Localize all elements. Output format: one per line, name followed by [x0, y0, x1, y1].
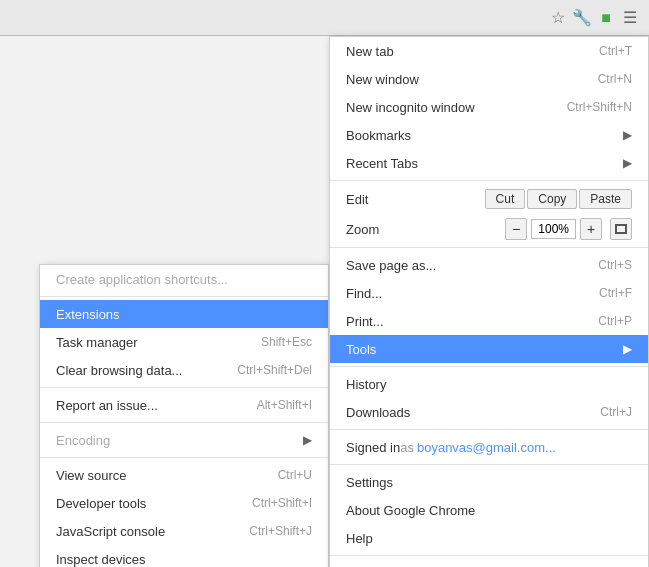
shortcut-clear-browsing: Ctrl+Shift+Del [237, 363, 312, 377]
zoom-plus-button[interactable]: + [580, 218, 602, 240]
menu-separator [330, 247, 648, 248]
shortcut-new-tab: Ctrl+T [599, 44, 632, 58]
menu-item-history[interactable]: History [330, 370, 648, 398]
label-clear-browsing: Clear browsing data... [56, 363, 182, 378]
content-area: Create application shortcuts... Extensio… [0, 36, 649, 567]
label-new-tab: New tab [346, 44, 394, 59]
menu-item-new-tab[interactable]: New tab Ctrl+T [330, 37, 648, 65]
arrow-recent-tabs: ▶ [623, 156, 632, 170]
wrench-icon[interactable]: 🔧 [571, 7, 593, 29]
menu-separator [330, 180, 648, 181]
label-bookmarks: Bookmarks [346, 128, 411, 143]
menu-separator [330, 464, 648, 465]
label-print: Print... [346, 314, 384, 329]
shortcut-report-issue: Alt+Shift+I [257, 398, 312, 412]
star-icon[interactable]: ☆ [547, 7, 569, 29]
green-icon[interactable]: ■ [595, 7, 617, 29]
label-create-shortcuts: Create application shortcuts... [56, 272, 228, 287]
menu-item-clear-browsing[interactable]: Clear browsing data... Ctrl+Shift+Del [40, 356, 328, 384]
label-recent-tabs: Recent Tabs [346, 156, 418, 171]
label-encoding: Encoding [56, 433, 110, 448]
menu-separator [40, 457, 328, 458]
zoom-row: Zoom − 100% + [330, 214, 648, 244]
label-history: History [346, 377, 386, 392]
menu-item-exit[interactable]: Exit Ctrl+Shift+Q [330, 559, 648, 567]
menu-item-report-issue[interactable]: Report an issue... Alt+Shift+I [40, 391, 328, 419]
signed-in-row: Signed in as boyanvas@gmail.com... [330, 433, 648, 461]
menu-item-downloads[interactable]: Downloads Ctrl+J [330, 398, 648, 426]
menu-item-find[interactable]: Find... Ctrl+F [330, 279, 648, 307]
shortcut-downloads: Ctrl+J [600, 405, 632, 419]
zoom-label: Zoom [346, 222, 505, 237]
copy-button[interactable]: Copy [527, 189, 577, 209]
arrow-encoding: ▶ [303, 433, 312, 447]
label-inspect-devices: Inspect devices [56, 552, 146, 567]
label-new-incognito: New incognito window [346, 100, 475, 115]
label-report-issue: Report an issue... [56, 398, 158, 413]
label-about: About Google Chrome [346, 503, 475, 518]
menu-separator [330, 555, 648, 556]
shortcut-view-source: Ctrl+U [278, 468, 312, 482]
shortcut-print: Ctrl+P [598, 314, 632, 328]
menu-item-view-source[interactable]: View source Ctrl+U [40, 461, 328, 489]
fullscreen-icon [615, 224, 627, 234]
label-help: Help [346, 531, 373, 546]
menu-item-dev-tools[interactable]: Developer tools Ctrl+Shift+I [40, 489, 328, 517]
label-tools: Tools [346, 342, 376, 357]
edit-label: Edit [346, 192, 485, 207]
menu-separator [330, 366, 648, 367]
label-dev-tools: Developer tools [56, 496, 146, 511]
cut-button[interactable]: Cut [485, 189, 526, 209]
signed-in-as: as [400, 440, 414, 455]
menu-item-print[interactable]: Print... Ctrl+P [330, 307, 648, 335]
browser-toolbar: ☆ 🔧 ■ ☰ [0, 0, 649, 36]
label-settings: Settings [346, 475, 393, 490]
label-view-source: View source [56, 468, 127, 483]
menu-item-bookmarks[interactable]: Bookmarks ▶ [330, 121, 648, 149]
menu-item-about[interactable]: About Google Chrome [330, 496, 648, 524]
menu-item-create-shortcuts: Create application shortcuts... [40, 265, 328, 293]
signed-in-email: boyanvas@gmail.com... [417, 440, 556, 455]
menu-item-recent-tabs[interactable]: Recent Tabs ▶ [330, 149, 648, 177]
main-menu: New tab Ctrl+T New window Ctrl+N New inc… [329, 36, 649, 567]
menu-separator [40, 296, 328, 297]
shortcut-dev-tools: Ctrl+Shift+I [252, 496, 312, 510]
shortcut-js-console: Ctrl+Shift+J [249, 524, 312, 538]
menu-item-save-page[interactable]: Save page as... Ctrl+S [330, 251, 648, 279]
signed-in-prefix: Signed in [346, 440, 400, 455]
menu-icon[interactable]: ☰ [619, 7, 641, 29]
menu-separator [330, 429, 648, 430]
shortcut-task-manager: Shift+Esc [261, 335, 312, 349]
menu-item-encoding: Encoding ▶ [40, 426, 328, 454]
paste-button[interactable]: Paste [579, 189, 632, 209]
label-find: Find... [346, 286, 382, 301]
shortcut-save-page: Ctrl+S [598, 258, 632, 272]
shortcut-new-incognito: Ctrl+Shift+N [567, 100, 632, 114]
zoom-controls: − 100% + [505, 218, 632, 240]
label-downloads: Downloads [346, 405, 410, 420]
menu-separator [40, 422, 328, 423]
menu-item-extensions[interactable]: Extensions [40, 300, 328, 328]
shortcut-new-window: Ctrl+N [598, 72, 632, 86]
edit-row: Edit Cut Copy Paste [330, 184, 648, 214]
arrow-tools: ▶ [623, 342, 632, 356]
menu-item-help[interactable]: Help [330, 524, 648, 552]
menu-separator [40, 387, 328, 388]
menu-item-task-manager[interactable]: Task manager Shift+Esc [40, 328, 328, 356]
zoom-value: 100% [531, 219, 576, 239]
label-extensions: Extensions [56, 307, 120, 322]
menu-item-settings[interactable]: Settings [330, 468, 648, 496]
menu-item-js-console[interactable]: JavaScript console Ctrl+Shift+J [40, 517, 328, 545]
label-task-manager: Task manager [56, 335, 138, 350]
menu-item-tools[interactable]: Tools ▶ [330, 335, 648, 363]
menu-item-inspect-devices[interactable]: Inspect devices [40, 545, 328, 567]
tools-submenu: Create application shortcuts... Extensio… [39, 264, 329, 567]
arrow-bookmarks: ▶ [623, 128, 632, 142]
menu-item-new-window[interactable]: New window Ctrl+N [330, 65, 648, 93]
menu-item-new-incognito[interactable]: New incognito window Ctrl+Shift+N [330, 93, 648, 121]
zoom-fullscreen-button[interactable] [610, 218, 632, 240]
shortcut-find: Ctrl+F [599, 286, 632, 300]
label-save-page: Save page as... [346, 258, 436, 273]
zoom-minus-button[interactable]: − [505, 218, 527, 240]
label-js-console: JavaScript console [56, 524, 165, 539]
